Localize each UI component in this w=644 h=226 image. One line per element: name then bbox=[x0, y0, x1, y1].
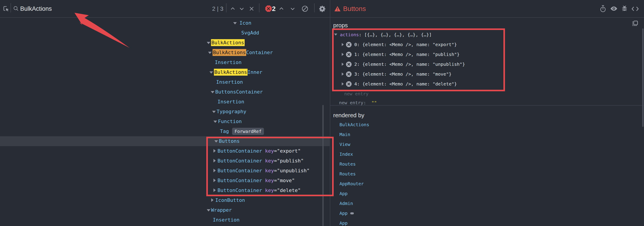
props-section-label: props bbox=[333, 20, 348, 30]
prop-array-item[interactable]: 1: {element: <Memo />, name: "publish"} bbox=[330, 49, 644, 59]
details-scrollbar[interactable] bbox=[642, 28, 644, 127]
tree-row[interactable]: BulkActionsContainer bbox=[0, 48, 330, 58]
owner-link[interactable]: Routes bbox=[340, 169, 356, 179]
circle-slash-icon bbox=[301, 5, 308, 12]
new-entry-row[interactable]: new entry: "" bbox=[330, 98, 644, 108]
rendered-by-item[interactable]: Index bbox=[0, 149, 314, 159]
tree-row[interactable]: BulkActions bbox=[0, 38, 330, 48]
toolbar: BulkActions 2 | 3 2 Butt bbox=[0, 0, 644, 17]
component-name[interactable]: Insertion bbox=[218, 97, 244, 107]
clear-search-button[interactable] bbox=[248, 5, 255, 12]
prop-array-item[interactable]: 4: {element: <Memo />, name: "delete"} bbox=[330, 79, 644, 89]
component-name[interactable]: SvgAdd bbox=[241, 28, 259, 38]
rendered-by-item[interactable]: BulkActions bbox=[0, 120, 314, 129]
delete-entry-icon[interactable] bbox=[346, 51, 352, 58]
tree-row[interactable]: Typography bbox=[0, 107, 330, 116]
tree-row[interactable]: Icon bbox=[0, 18, 330, 28]
new-entry-field[interactable]: new entry: "" bbox=[339, 98, 377, 108]
component-name[interactable]: BulkActionsContainer bbox=[212, 48, 273, 58]
chevron-right-icon[interactable] bbox=[342, 82, 344, 86]
settings-button[interactable] bbox=[318, 5, 326, 12]
owner-link[interactable]: View bbox=[340, 139, 350, 149]
rendered-by-item[interactable]: Routes bbox=[0, 169, 314, 179]
tree-row[interactable]: Insertion bbox=[0, 97, 330, 107]
chevron-down-icon[interactable] bbox=[212, 111, 216, 113]
component-name[interactable]: BulkActionsInner bbox=[214, 67, 262, 77]
rendered-by-item[interactable]: App bbox=[0, 218, 314, 226]
chevron-right-icon[interactable] bbox=[342, 43, 344, 46]
chevron-right-icon[interactable] bbox=[342, 63, 344, 66]
rendered-by-item[interactable]: App bbox=[0, 189, 314, 199]
component-name[interactable]: Typography bbox=[216, 107, 246, 116]
rendered-by-item[interactable]: Admin bbox=[0, 199, 314, 208]
rendered-by-item[interactable]: View bbox=[0, 139, 314, 149]
prop-item-value: 1: {element: <Memo />, name: "publish"} bbox=[354, 49, 460, 59]
owner-badge bbox=[350, 212, 354, 214]
chevron-down-icon[interactable] bbox=[207, 42, 210, 44]
log-component-data-button[interactable] bbox=[621, 4, 628, 12]
next-result-button[interactable] bbox=[238, 5, 245, 12]
new-entry-ghost: new entry bbox=[344, 89, 368, 99]
search-input[interactable]: BulkActions bbox=[20, 0, 52, 17]
tree-row[interactable]: Insertion bbox=[0, 77, 330, 87]
profiler-timing-button[interactable] bbox=[599, 4, 607, 12]
owner-link[interactable]: App bbox=[340, 189, 348, 199]
chevron-down-icon[interactable] bbox=[211, 91, 214, 93]
chevron-right-icon[interactable] bbox=[342, 73, 344, 76]
prop-array-item[interactable]: 0: {element: <Memo />, name: "export"} bbox=[330, 40, 644, 49]
owner-link[interactable]: AppRouter bbox=[340, 179, 364, 189]
chevron-down-icon[interactable] bbox=[210, 71, 213, 74]
chevron-down-icon[interactable] bbox=[233, 22, 237, 24]
owner-link[interactable]: App bbox=[340, 218, 348, 226]
owner-link[interactable]: BulkActions bbox=[340, 120, 369, 129]
next-error-button[interactable] bbox=[289, 5, 296, 12]
previous-result-button[interactable] bbox=[230, 5, 236, 12]
component-name[interactable]: Insertion bbox=[216, 77, 243, 87]
tree-row[interactable]: Insertion bbox=[0, 58, 330, 67]
rendered-by-item[interactable]: AppRouter bbox=[0, 179, 314, 189]
tree-scrollbar[interactable] bbox=[322, 105, 324, 226]
chevron-up-icon bbox=[278, 6, 284, 12]
owner-link[interactable]: Main bbox=[340, 129, 350, 139]
tree-row[interactable]: ButtonsContainer bbox=[0, 87, 330, 97]
tree-row[interactable]: SvgAdd bbox=[0, 28, 330, 38]
clear-errors-button[interactable] bbox=[301, 5, 309, 12]
component-name[interactable]: Icon bbox=[240, 18, 251, 28]
previous-error-button[interactable] bbox=[278, 5, 285, 12]
owner-link[interactable]: Index bbox=[340, 149, 353, 159]
new-entry-value[interactable]: "" bbox=[372, 100, 377, 106]
copy-props-button[interactable] bbox=[631, 20, 638, 27]
inspect-element-button[interactable] bbox=[2, 5, 10, 12]
rendered-by-item[interactable]: App bbox=[0, 208, 314, 218]
rendered-by-item[interactable]: Main bbox=[0, 129, 314, 139]
view-source-button[interactable] bbox=[631, 6, 639, 12]
prop-entry: actions: [{…}, {…}, {…}, {…}, {…}] bbox=[340, 30, 432, 40]
delete-entry-icon[interactable] bbox=[346, 71, 352, 77]
inspect-icon bbox=[2, 5, 10, 12]
prop-array-item[interactable]: 2: {element: <Memo />, name: "unpublish"… bbox=[330, 59, 644, 69]
section-divider bbox=[330, 105, 644, 106]
search-match-highlight: BulkActions bbox=[211, 39, 245, 46]
prop-array-item[interactable]: 3: {element: <Memo />, name: "move"} bbox=[330, 69, 644, 79]
prop-row-actions[interactable]: actions: [{…}, {…}, {…}, {…}, {…}] bbox=[330, 30, 644, 40]
delete-entry-icon[interactable] bbox=[346, 81, 352, 87]
owner-link[interactable]: App bbox=[340, 208, 348, 218]
delete-entry-icon[interactable] bbox=[346, 42, 352, 48]
component-name[interactable]: Insertion bbox=[215, 58, 242, 67]
chevron-down-icon[interactable] bbox=[208, 52, 212, 54]
tree-row[interactable]: BulkActionsInner bbox=[0, 67, 330, 77]
rendered-by-item[interactable]: Routes bbox=[0, 159, 314, 169]
stopwatch-icon bbox=[600, 5, 606, 12]
chevron-down-icon[interactable] bbox=[334, 34, 337, 36]
component-name[interactable]: ButtonsContainer bbox=[215, 87, 263, 97]
search-icon bbox=[12, 5, 19, 12]
new-entry-ghost-row: new entry bbox=[330, 89, 644, 99]
owner-link[interactable]: Routes bbox=[340, 159, 356, 169]
chevron-right-icon[interactable] bbox=[342, 53, 344, 56]
toolbar-divider bbox=[10, 3, 11, 12]
inspect-dom-button[interactable] bbox=[610, 5, 618, 12]
delete-entry-icon[interactable] bbox=[346, 61, 352, 67]
error-octagon-icon bbox=[265, 5, 272, 12]
component-name[interactable]: BulkActions bbox=[211, 38, 245, 48]
owner-link[interactable]: Admin bbox=[340, 199, 353, 208]
